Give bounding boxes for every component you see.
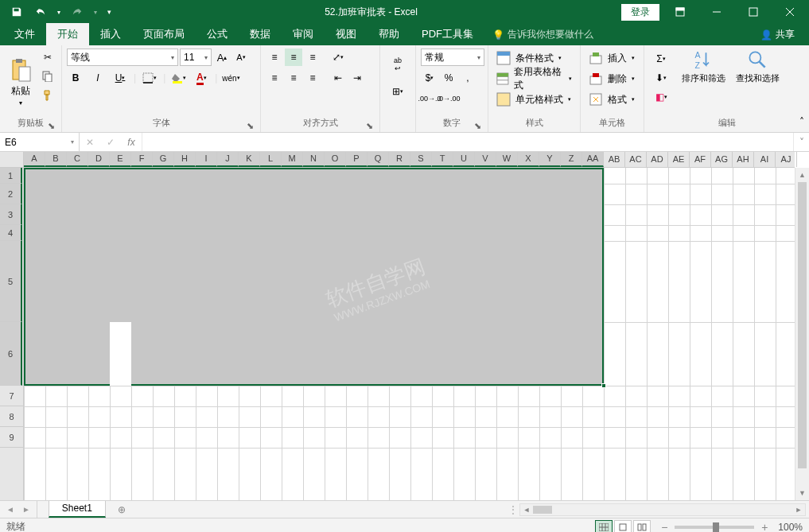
copy-button[interactable] <box>39 68 56 85</box>
formula-input[interactable] <box>142 133 793 151</box>
save-button[interactable] <box>6 2 27 21</box>
column-header[interactable]: G <box>153 152 174 167</box>
row-header[interactable]: 9 <box>0 427 23 448</box>
number-format-select[interactable]: 常规▾ <box>421 49 484 66</box>
tab-insert[interactable]: 插入 <box>89 23 132 45</box>
column-header[interactable]: AE <box>668 152 690 167</box>
tab-home[interactable]: 开始 <box>46 23 89 45</box>
increase-decimal-button[interactable]: .00→.0 <box>421 90 438 107</box>
fill-color-button[interactable]: ▾ <box>170 69 188 87</box>
column-header[interactable]: AH <box>733 152 754 167</box>
find-select-button[interactable]: 查找和选择 <box>733 49 781 84</box>
clipboard-launcher[interactable]: ⬊ <box>47 121 55 129</box>
underline-button[interactable]: U ▾ <box>111 69 129 87</box>
column-header[interactable]: AD <box>647 152 668 167</box>
sheet-nav-next[interactable]: ► <box>22 505 30 514</box>
row-header[interactable]: 5 <box>0 241 22 322</box>
name-box-input[interactable] <box>5 137 71 148</box>
row-headers[interactable]: 123456789 <box>0 168 24 500</box>
column-header[interactable]: K <box>239 152 260 167</box>
column-header[interactable]: R <box>389 152 410 167</box>
orientation-button[interactable]: ⤢▾ <box>329 49 347 66</box>
column-header[interactable]: AB <box>604 152 625 167</box>
format-painter-button[interactable] <box>39 87 56 104</box>
column-header[interactable]: Y <box>539 152 561 167</box>
alignment-launcher[interactable]: ⬊ <box>365 121 373 129</box>
spreadsheet-grid[interactable]: ABCDEFGHIJKLMNOPQRSTUVWXYZAAABACADAEAFAG… <box>0 152 809 500</box>
redo-button[interactable] <box>67 2 88 21</box>
add-sheet-button[interactable]: ⊕ <box>111 501 133 518</box>
scroll-down-button[interactable]: ▼ <box>795 486 809 500</box>
scroll-right-button[interactable]: ► <box>792 506 805 514</box>
phonetic-button[interactable]: wén▾ <box>222 69 239 87</box>
column-header[interactable]: J <box>217 152 239 167</box>
tab-help[interactable]: 帮助 <box>368 23 410 45</box>
column-header[interactable]: AC <box>625 152 647 167</box>
scroll-up-button[interactable]: ▲ <box>795 168 809 182</box>
minimize-button[interactable] <box>701 0 733 24</box>
collapse-ribbon-button[interactable]: ˄ <box>799 116 804 127</box>
column-header[interactable]: L <box>260 152 282 167</box>
column-header[interactable]: AI <box>754 152 776 167</box>
active-cell[interactable] <box>110 322 131 386</box>
column-header[interactable]: E <box>110 152 131 167</box>
login-button[interactable]: 登录 <box>621 4 659 21</box>
zoom-thumb[interactable] <box>713 522 719 532</box>
qat-dropdown-2[interactable]: ▾ <box>91 2 100 21</box>
cells-area[interactable]: 软件自学网 WWW.RJZXW.COM <box>24 168 795 500</box>
column-header[interactable]: AA <box>582 152 604 167</box>
border-button[interactable]: ▾ <box>141 69 158 87</box>
column-header[interactable]: D <box>88 152 110 167</box>
column-header[interactable]: T <box>432 152 453 167</box>
column-header[interactable]: F <box>131 152 153 167</box>
row-header[interactable]: 6 <box>0 322 22 386</box>
align-center-button[interactable]: ≡ <box>285 69 302 87</box>
autosum-button[interactable]: Σ▾ <box>649 50 673 68</box>
merge-button[interactable]: ⊞▾ <box>385 80 410 103</box>
tab-formulas[interactable]: 公式 <box>196 23 239 45</box>
font-color-button[interactable]: A▾ <box>193 69 210 87</box>
column-header[interactable]: S <box>410 152 432 167</box>
fx-button[interactable]: fx <box>124 137 138 148</box>
percent-format-button[interactable]: % <box>440 69 457 87</box>
close-button[interactable] <box>774 0 806 24</box>
decrease-font-button[interactable]: A▾ <box>232 49 250 66</box>
scroll-left-button[interactable]: ◄ <box>520 506 533 514</box>
hscroll-thumb[interactable] <box>533 506 552 514</box>
font-launcher[interactable]: ⬊ <box>246 121 254 129</box>
sort-filter-button[interactable]: AZ 排序和筛选 <box>679 49 727 84</box>
vscroll-thumb[interactable] <box>798 182 807 468</box>
tab-data[interactable]: 数据 <box>239 23 282 45</box>
normal-view-button[interactable] <box>595 520 613 533</box>
column-header[interactable]: AF <box>690 152 711 167</box>
align-right-button[interactable]: ≡ <box>304 69 321 87</box>
paste-button[interactable]: 粘贴 ▾ <box>5 49 36 115</box>
align-bottom-button[interactable]: ≡ <box>304 49 321 66</box>
tab-review[interactable]: 审阅 <box>282 23 325 45</box>
accept-formula-button[interactable]: ✓ <box>103 137 118 148</box>
column-header[interactable]: M <box>282 152 303 167</box>
delete-cells-button[interactable]: 删除▾ <box>585 69 639 88</box>
tab-view[interactable]: 视图 <box>325 23 368 45</box>
column-header[interactable]: C <box>67 152 88 167</box>
row-header[interactable]: 7 <box>0 386 23 406</box>
format-cells-button[interactable]: 格式▾ <box>585 90 639 109</box>
font-size-select[interactable]: 11▾ <box>180 49 212 66</box>
vertical-scrollbar[interactable]: ▲ ▼ <box>795 168 809 500</box>
align-top-button[interactable]: ≡ <box>266 49 283 66</box>
tell-me-search[interactable]: 💡 告诉我你想要做什么 <box>484 24 601 45</box>
row-header[interactable]: 2 <box>0 184 22 204</box>
row-header[interactable]: 3 <box>0 204 22 225</box>
align-left-button[interactable]: ≡ <box>266 69 283 87</box>
column-header[interactable]: H <box>174 152 196 167</box>
number-launcher[interactable]: ⬊ <box>473 121 481 129</box>
column-header[interactable]: N <box>303 152 325 167</box>
tab-layout[interactable]: 页面布局 <box>132 23 196 45</box>
increase-indent-button[interactable]: ⇥ <box>348 69 366 87</box>
select-all-button[interactable] <box>0 152 24 168</box>
sheet-tab[interactable]: Sheet1 <box>49 501 106 518</box>
italic-button[interactable]: I <box>89 69 107 87</box>
horizontal-scrollbar[interactable]: ◄ ► <box>519 503 806 516</box>
sheet-nav-prev[interactable]: ◄ <box>6 505 14 514</box>
decrease-decimal-button[interactable]: .0→.00 <box>440 90 457 107</box>
